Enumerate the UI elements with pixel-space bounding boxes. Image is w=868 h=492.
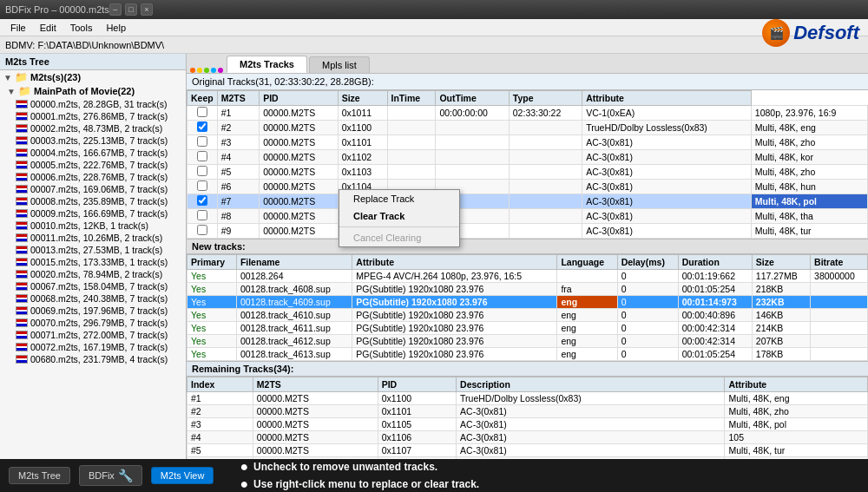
sidebar-item-2[interactable]: 00002.m2ts, 48.73MB, 2 track(s) — [0, 122, 186, 134]
rt-m2ts: 00000.M2TS — [253, 418, 378, 431]
table-row[interactable]: Yes 00128.track_4609.sup PG(Subtitle) 19… — [187, 296, 868, 309]
sidebar-item-1[interactable]: 00001.m2ts, 276.86MB, 7 track(s) — [0, 110, 186, 122]
nt-duration: 00:01:05:254 — [678, 348, 752, 361]
track-keep-cell[interactable] — [187, 224, 218, 239]
sidebar-item-6[interactable]: 00006.m2ts, 228.76MB, 7 track(s) — [0, 171, 186, 183]
track-keep-checkbox[interactable] — [197, 225, 207, 235]
sidebar-item-16[interactable]: 00068.m2ts, 240.38MB, 7 track(s) — [0, 292, 186, 305]
track-keep-checkbox[interactable] — [197, 195, 207, 206]
table-row[interactable]: #3 00000.M2TS 0x1101 AC-3(0x81) Multi, 4… — [187, 135, 868, 150]
track-outtime — [509, 150, 582, 165]
sidebar-item-8[interactable]: 00008.m2ts, 235.89MB, 7 track(s) — [0, 195, 186, 207]
sidebar-item-14[interactable]: 00020.m2ts, 78.94MB, 2 track(s) — [0, 268, 186, 280]
table-row[interactable]: #4 00000.M2TS 0x1106 AC-3(0x81) 105 — [187, 431, 868, 444]
track-keep-cell[interactable] — [187, 106, 218, 121]
track-keep-cell[interactable] — [187, 165, 218, 180]
track-type: AC-3(0x81) — [582, 135, 752, 150]
ctx-cancel-clearing[interactable]: Cancel Clearing — [339, 229, 459, 246]
minimize-button[interactable]: – — [109, 3, 122, 16]
sidebar-item-11[interactable]: 00011.m2ts, 10.26MB, 2 track(s) — [0, 232, 186, 244]
sidebar-item-15[interactable]: 00067.m2ts, 158.04MB, 7 track(s) — [0, 280, 186, 292]
table-row[interactable]: Yes 00128.track_4612.sup PG(Subtitle) 19… — [187, 335, 868, 348]
sidebar-item-19[interactable]: 00071.m2ts, 272.00MB, 7 track(s) — [0, 329, 186, 341]
sidebar-item-4[interactable]: 00004.m2ts, 166.67MB, 7 track(s) — [0, 147, 186, 159]
track-num: #2 — [217, 121, 259, 135]
nt-duration: 00:00:42:314 — [678, 322, 752, 335]
track-keep-checkbox[interactable] — [197, 180, 207, 191]
flag-icon-2 — [16, 124, 28, 133]
menu-file[interactable]: File — [3, 21, 33, 35]
track-keep-cell[interactable] — [187, 209, 218, 224]
rt-attr: Multi, 48K, pol — [725, 418, 868, 431]
table-row[interactable]: #1 00000.M2TS 0x1100 TrueHD/Dolby Lossle… — [187, 392, 868, 405]
table-row[interactable]: #9 00000.M2TS 0x1... AC-3(0x81) Multi, 4… — [187, 224, 868, 239]
nt-bitrate — [811, 322, 868, 335]
btn-bdfix[interactable]: BDFix 🔧 — [79, 465, 142, 486]
sidebar-folder[interactable]: ▼ 📁 MainPath of Movie(22) — [0, 84, 186, 98]
window-controls[interactable]: – □ × — [109, 3, 153, 16]
table-row[interactable]: #6 00000.M2TS 0x1104 AC-3(0x81) Multi, 4… — [187, 180, 868, 194]
table-row[interactable]: #1 00000.M2TS 0x1011 00:00:00:00 02:33:3… — [187, 106, 868, 121]
table-row[interactable]: #3 00000.M2TS 0x1105 AC-3(0x81) Multi, 4… — [187, 418, 868, 431]
tab-mpls-list[interactable]: Mpls list — [309, 56, 370, 73]
new-tracks-header: Primary Filename Attribute Language Dela… — [187, 255, 868, 270]
sidebar-item-label-1: 00001.m2ts, 276.86MB, 7 track(s) — [30, 111, 168, 121]
ctx-replace-track[interactable]: Replace Track — [339, 190, 459, 207]
sidebar-item-21[interactable]: 00680.m2ts, 231.79MB, 4 track(s) — [0, 353, 186, 365]
track-keep-checkbox[interactable] — [197, 136, 207, 147]
sidebar-item-13[interactable]: 00015.m2ts, 173.33MB, 1 track(s) — [0, 256, 186, 268]
table-row[interactable]: #2 00000.M2TS 0x1100 TrueHD/Dolby Lossle… — [187, 121, 868, 135]
maximize-button[interactable]: □ — [125, 3, 137, 16]
table-row[interactable]: Yes 00128.track_4611.sup PG(Subtitle) 19… — [187, 322, 868, 335]
sidebar-item-7[interactable]: 00007.m2ts, 169.06MB, 7 track(s) — [0, 183, 186, 195]
track-keep-checkbox[interactable] — [197, 107, 207, 117]
tab-m2ts-tracks[interactable]: M2ts Tracks — [227, 56, 307, 73]
track-keep-cell[interactable] — [187, 121, 218, 135]
content-inner[interactable]: Original Tracks(31, 02:33:30:22, 28.28GB… — [187, 74, 868, 459]
nt-primary: Yes — [187, 309, 237, 322]
nt-primary: Yes — [187, 270, 237, 283]
sidebar-item-9[interactable]: 00009.m2ts, 166.69MB, 7 track(s) — [0, 207, 186, 220]
table-row[interactable]: #8 00000.M2TS 0x1... AC-3(0x81) Multi, 4… — [187, 209, 868, 224]
table-row[interactable]: #7 00000.M2TS 0x1... AC-3(0x81) Multi, 4… — [187, 194, 868, 209]
menu-tools[interactable]: Tools — [63, 21, 100, 35]
table-row[interactable]: Yes 00128.track_4610.sup PG(Subtitle) 19… — [187, 309, 868, 322]
nt-lang: fra — [557, 283, 617, 296]
btn-m2ts-tree[interactable]: M2ts Tree — [9, 467, 70, 484]
menu-edit[interactable]: Edit — [33, 21, 63, 35]
table-row[interactable]: #4 00000.M2TS 0x1102 AC-3(0x81) Multi, 4… — [187, 150, 868, 165]
table-row[interactable]: Yes 00128.track_4608.sup PG(Subtitle) 19… — [187, 283, 868, 296]
sidebar-item-5[interactable]: 00005.m2ts, 222.76MB, 7 track(s) — [0, 159, 186, 171]
sidebar-item-18[interactable]: 00070.m2ts, 296.79MB, 7 track(s) — [0, 317, 186, 329]
folder-label: MainPath of Movie(22) — [34, 86, 135, 96]
track-keep-checkbox[interactable] — [197, 210, 207, 220]
track-keep-checkbox[interactable] — [197, 166, 207, 176]
track-keep-cell[interactable] — [187, 150, 218, 165]
btn-m2ts-view[interactable]: M2ts View — [151, 467, 214, 484]
sidebar-item-3[interactable]: 00003.m2ts, 225.13MB, 7 track(s) — [0, 134, 186, 147]
sidebar-item-label-20: 00072.m2ts, 167.19MB, 7 track(s) — [30, 342, 168, 352]
track-keep-cell[interactable] — [187, 194, 218, 209]
sidebar-item-17[interactable]: 00069.m2ts, 197.96MB, 7 track(s) — [0, 305, 186, 317]
sidebar-item-20[interactable]: 00072.m2ts, 167.19MB, 7 track(s) — [0, 341, 186, 353]
track-keep-checkbox[interactable] — [197, 121, 207, 132]
menu-help[interactable]: Help — [99, 21, 133, 35]
rt-desc: AC-3(0x81) — [457, 418, 725, 431]
ctx-clear-track[interactable]: Clear Track — [339, 207, 459, 225]
nt-col-bitrate: Bitrate — [811, 255, 868, 270]
table-row[interactable]: #2 00000.M2TS 0x1101 AC-3(0x81) Multi, 4… — [187, 405, 868, 418]
track-keep-checkbox[interactable] — [197, 151, 207, 161]
sidebar-root[interactable]: ▼ 📁 M2ts(s)(23) — [0, 70, 186, 84]
table-row[interactable]: Yes 00128.264 MPEG-4 AVC/H.264 1080p, 23… — [187, 270, 868, 283]
table-row[interactable]: #5 00000.M2TS 0x1103 AC-3(0x81) Multi, 4… — [187, 165, 868, 180]
table-row[interactable]: #5 00000.M2TS 0x1107 AC-3(0x81) Multi, 4… — [187, 444, 868, 457]
nt-primary: Yes — [187, 335, 237, 348]
rt-desc: AC-3(0x81) — [457, 431, 725, 444]
sidebar-item-12[interactable]: 00013.m2ts, 27.53MB, 1 track(s) — [0, 244, 186, 256]
sidebar-item-0[interactable]: 00000.m2ts, 28.28GB, 31 track(s) — [0, 98, 186, 110]
sidebar-item-10[interactable]: 00010.m2ts, 12KB, 1 track(s) — [0, 220, 186, 232]
track-keep-cell[interactable] — [187, 135, 218, 150]
table-row[interactable]: Yes 00128.track_4613.sup PG(Subtitle) 19… — [187, 348, 868, 361]
track-keep-cell[interactable] — [187, 180, 218, 194]
close-button[interactable]: × — [141, 3, 153, 16]
